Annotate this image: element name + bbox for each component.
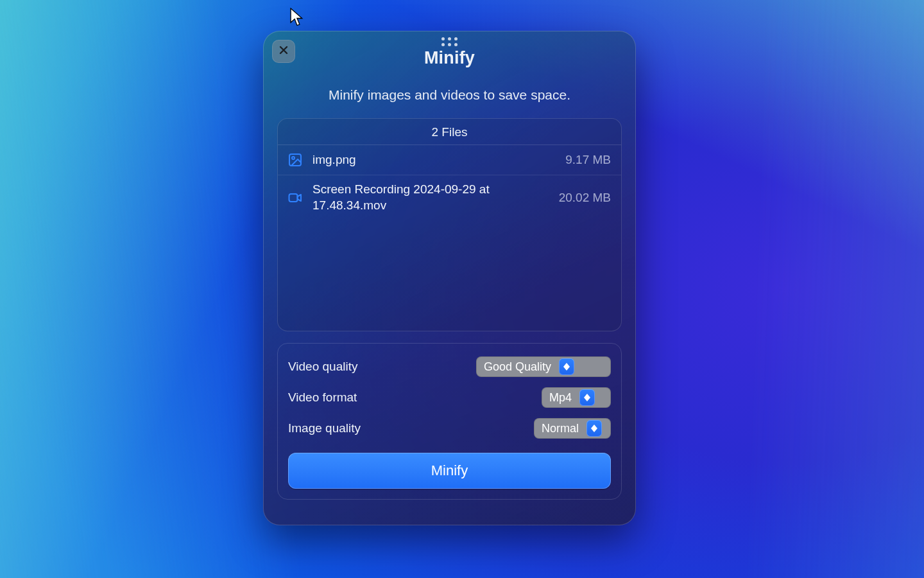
select-value: Good Quality	[484, 360, 556, 374]
svg-point-1	[292, 157, 295, 159]
image-quality-select[interactable]: Normal	[534, 418, 611, 439]
file-row[interactable]: Screen Recording 2024-09-29 at 17.48.34.…	[278, 175, 621, 220]
files-panel: 2 Files img.png 9.17 MB Screen Recording…	[277, 118, 622, 331]
minify-button[interactable]: Minify	[288, 453, 611, 489]
titlebar[interactable]: Minify	[263, 31, 636, 73]
mouse-cursor	[290, 8, 304, 26]
svg-rect-2	[289, 194, 298, 202]
setting-row-video-quality: Video quality Good Quality	[288, 351, 611, 382]
app-subtitle: Minify images and videos to save space.	[263, 87, 636, 103]
drag-handle-icon[interactable]	[441, 37, 458, 47]
setting-label: Image quality	[288, 421, 361, 435]
close-icon	[278, 45, 289, 58]
file-name: Screen Recording 2024-09-29 at 17.48.34.…	[312, 182, 543, 213]
setting-label: Video format	[288, 390, 357, 405]
select-value: Mp4	[549, 391, 577, 405]
setting-row-image-quality: Image quality Normal	[288, 413, 611, 444]
image-icon	[287, 152, 304, 168]
select-value: Normal	[542, 422, 584, 435]
files-header: 2 Files	[278, 119, 621, 145]
minify-window: Minify Minify images and videos to save …	[263, 31, 636, 525]
close-button[interactable]	[272, 40, 295, 63]
app-title: Minify	[424, 48, 475, 68]
updown-icon	[559, 358, 574, 375]
updown-icon	[579, 389, 595, 406]
file-row[interactable]: img.png 9.17 MB	[278, 145, 621, 175]
file-size: 20.02 MB	[552, 191, 611, 205]
setting-label: Video quality	[288, 360, 357, 374]
setting-row-video-format: Video format Mp4	[288, 382, 611, 413]
minify-button-label: Minify	[431, 462, 468, 479]
settings-panel: Video quality Good Quality Video format …	[277, 343, 622, 500]
updown-icon	[586, 420, 602, 437]
video-icon	[287, 189, 304, 206]
file-size: 9.17 MB	[559, 153, 611, 167]
file-name: img.png	[312, 152, 550, 168]
video-format-select[interactable]: Mp4	[542, 387, 611, 408]
video-quality-select[interactable]: Good Quality	[476, 356, 611, 377]
